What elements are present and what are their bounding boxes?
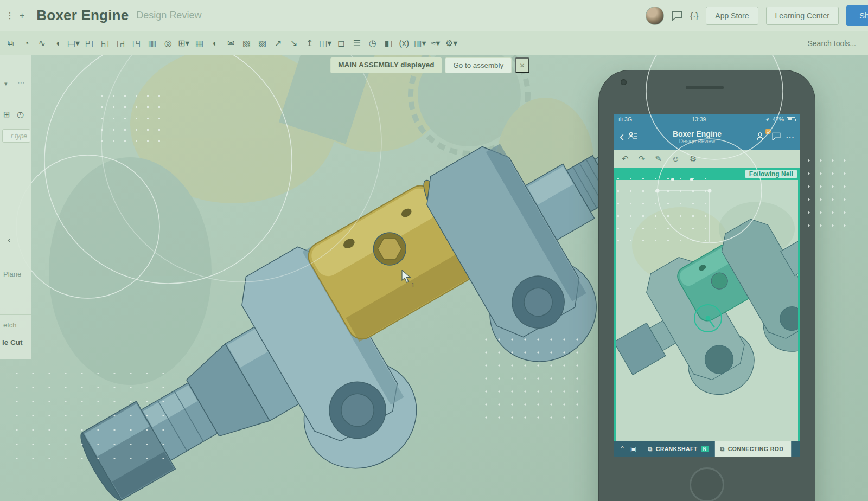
banner-message: MAIN ASSEMBLY displayed (330, 57, 442, 73)
tool-plane-icon[interactable]: ◻ (334, 36, 348, 50)
tool-revolve-icon[interactable]: ◖ (50, 37, 65, 50)
collapse-caret-icon[interactable]: ▾ (4, 80, 8, 87)
cursor-selection-count: 1 (411, 282, 414, 288)
following-label[interactable]: Following Neil (745, 170, 797, 178)
tool-sweep-icon[interactable]: ∿ (35, 36, 49, 50)
tree-item-cut[interactable]: le Cut (2, 338, 23, 346)
tree-item-sketch[interactable]: etch (3, 321, 17, 329)
tool-record-icon[interactable]: ◎ (161, 36, 175, 50)
phone-camera (621, 79, 627, 85)
part-studio-icon: ⧉ (648, 446, 652, 453)
back-chevron-icon[interactable]: ‹ (620, 130, 624, 143)
phone-status-bar: ılı 3G 13:39 ➤ 47% (614, 114, 800, 125)
tree-item-plane[interactable]: Plane (3, 270, 21, 278)
phone-comments-icon[interactable] (771, 132, 781, 143)
phone-more-icon[interactable]: ⋯ (786, 132, 794, 143)
tool-corner-rect-icon[interactable]: ◰ (82, 36, 97, 50)
banner-close-icon[interactable]: ✕ (515, 57, 529, 73)
tool-corner-notch-icon[interactable]: ◳ (129, 36, 144, 50)
header-right-cluster: {·} App Store Learning Center Share (646, 5, 868, 26)
share-button[interactable]: Share (846, 5, 868, 26)
tab-connecting-rod[interactable]: ⧉ CONNECTING ROD (715, 441, 792, 457)
touch-pointer-icon (694, 305, 722, 332)
phone-redo-icon[interactable]: ↷ (639, 154, 646, 164)
search-tools[interactable]: Search tools... (799, 31, 865, 55)
tool-spline-icon[interactable]: ≈▾ (428, 36, 443, 50)
tool-extrude-icon[interactable]: ▤▾ (66, 36, 81, 50)
tool-transform-icon[interactable]: ↗ (271, 36, 285, 50)
timer-icon[interactable]: ◷ (17, 110, 24, 119)
tool-duplicate-icon[interactable]: ▦ (192, 36, 207, 50)
tool-publish-icon[interactable]: ↥ (302, 36, 317, 50)
tool-fillet-icon[interactable]: ◔ (19, 37, 34, 50)
app-header: ⋮ + Boxer Engine Design Review {·} App S… (0, 0, 868, 31)
collaborators-icon[interactable]: 1 (756, 132, 767, 143)
tree-divider (0, 314, 31, 315)
tool-variables-icon[interactable]: (x) (397, 37, 411, 50)
app-store-button[interactable]: App Store (706, 7, 758, 25)
tool-torus-icon[interactable]: ◐ (208, 37, 222, 50)
tool-layers-icon[interactable]: ☰ (349, 36, 364, 50)
phone-emoji-icon[interactable]: ☺ (672, 154, 680, 163)
cursor-pointer: 1 (401, 270, 420, 292)
tab-crankshaft[interactable]: ⧉ CRANKSHAFT N (642, 441, 714, 457)
workspace-name: Design Review (136, 10, 201, 21)
part-studio-icon: ⧉ (720, 446, 725, 453)
tool-envelope-icon[interactable]: ✉ (224, 36, 238, 50)
phone-toolbar: ↶ ↷ ✎ ☺ ⚙ (614, 150, 800, 168)
following-bar: Following Neil (614, 168, 800, 180)
phone-mockup: ılı 3G 13:39 ➤ 47% ‹ Boxer Engine Design… (599, 70, 815, 501)
phone-nav-bar: ‹ Boxer Engine Design Review 1 ⋯ (614, 125, 800, 150)
collaborators-badge: 1 (765, 129, 771, 134)
feature-tree-panel: ▾ ⋯ ⊞ ◷ r type ⇐ Plane etch le Cut (0, 55, 31, 359)
tool-measure-icon[interactable]: ◧ (381, 36, 395, 50)
add-feature-icon[interactable]: ⊞ (3, 110, 10, 119)
tool-corner-slant-icon[interactable]: ◱ (98, 36, 112, 50)
tool-copy-part-icon[interactable]: ⧉ (3, 37, 18, 50)
tool-export-icon[interactable]: ↘ (286, 36, 301, 50)
phone-tab-bar: ⌃ ▣ ⧉ CRANKSHAFT N ⧉ CONNECTING ROD (614, 441, 800, 457)
document-title: Boxer Engine (36, 7, 129, 24)
tool-history-icon[interactable]: ◷ (365, 36, 380, 50)
phone-undo-icon[interactable]: ↶ (622, 154, 629, 164)
tool-split-icon[interactable]: ◫▾ (318, 36, 333, 50)
phone-settings-icon[interactable]: ⚙ (690, 154, 697, 164)
tool-configure-icon[interactable]: ⚙▾ (444, 36, 458, 50)
tool-booklet-icon[interactable]: ▥ (145, 36, 159, 50)
phone-markup-icon[interactable]: ✎ (655, 154, 662, 164)
back-arrow-icon[interactable]: ⇐ (8, 235, 15, 245)
phone-screen: ılı 3G 13:39 ➤ 47% ‹ Boxer Engine Design… (614, 114, 800, 457)
tool-draft-icon[interactable]: ▨ (255, 36, 270, 50)
more-options-icon[interactable]: ⋯ (17, 78, 25, 87)
user-avatar[interactable] (646, 7, 664, 25)
learning-center-button[interactable]: Learning Center (766, 7, 839, 25)
comments-icon[interactable] (672, 11, 682, 21)
feature-toolbar: ⧉ ◔ ∿ ◖ ▤▾ ◰ ◱ ◲ ◳ ▥ ◎ ⊞▾ ▦ ◐ ✉ ▧ ▨ ↗ ↘ … (0, 31, 868, 55)
expand-icon[interactable]: ⌃ (620, 445, 625, 453)
filter-input[interactable]: r type (2, 129, 30, 143)
tab-overflow[interactable] (791, 441, 800, 457)
insert-icon[interactable]: + (20, 11, 24, 21)
tab-crankshaft-label: CRANKSHAFT (656, 446, 698, 452)
phone-doc-title-block: Boxer Engine Design Review (642, 130, 752, 145)
phone-doc-subtitle: Design Review (642, 138, 752, 145)
phone-battery-percent: 47% (773, 116, 784, 123)
location-icon: ➤ (764, 116, 771, 123)
phone-signal: ılı 3G (618, 116, 632, 123)
assembly-banner: MAIN ASSEMBLY displayed Go to assembly ✕ (330, 57, 529, 73)
tool-corner-round-icon[interactable]: ◲ (113, 36, 128, 50)
phone-3d-viewport[interactable] (614, 180, 800, 441)
tab-connecting-rod-label: CONNECTING ROD (728, 446, 783, 452)
phone-doc-title: Boxer Engine (642, 130, 752, 139)
app-root: 1 ⋮ + Boxer Engine Design Review {·} App… (0, 0, 868, 501)
document-menu-icon[interactable]: ⋮ (5, 10, 14, 21)
featurescript-icon[interactable]: {·} (690, 11, 698, 20)
follow-mode-icon[interactable] (628, 132, 638, 143)
phone-time: 13:39 (692, 116, 706, 123)
tool-shell-icon[interactable]: ▧ (239, 36, 254, 50)
tool-notebook-icon[interactable]: ▥▾ (412, 36, 427, 50)
viewcube-icon[interactable]: ▣ (630, 445, 636, 453)
go-to-assembly-button[interactable]: Go to assembly (445, 57, 512, 73)
tab-dock: ⌃ ▣ (614, 441, 642, 457)
tool-pattern-icon[interactable]: ⊞▾ (176, 36, 191, 50)
